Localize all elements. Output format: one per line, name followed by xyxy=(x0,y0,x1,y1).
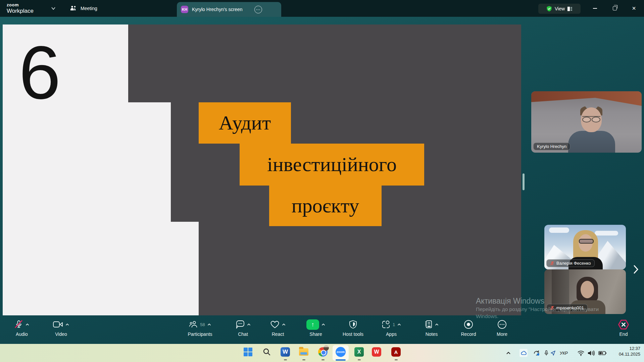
participants-caret-icon[interactable] xyxy=(207,323,211,326)
participant-name: Kyrylo Hrechyn xyxy=(537,144,566,149)
chrome-profile-avatar xyxy=(324,345,329,351)
react-caret-icon[interactable] xyxy=(282,323,286,326)
camera-icon xyxy=(53,321,63,328)
participants-button[interactable]: 58 Participants xyxy=(181,319,219,337)
restore-icon xyxy=(613,6,617,10)
video-caret-icon[interactable] xyxy=(65,323,69,326)
end-button[interactable]: End xyxy=(610,319,637,337)
participant-video-kyrylo[interactable]: Kyrylo Hrechyn xyxy=(531,91,642,153)
chevron-up-icon xyxy=(506,352,511,355)
acrobat-icon: A xyxy=(391,347,401,357)
restore-button[interactable] xyxy=(611,5,618,12)
react-button[interactable]: React xyxy=(264,319,292,337)
person-head xyxy=(581,281,594,298)
muted-mic-icon xyxy=(550,306,554,310)
participant-name: Валерія Фесенко xyxy=(556,261,591,266)
participants-count: 58 xyxy=(200,322,205,327)
taskbar-zoom-button[interactable]: zoom xyxy=(335,347,346,357)
close-icon: ✕ xyxy=(632,5,636,11)
taskbar-chrome-button[interactable] xyxy=(317,347,328,357)
people-icon xyxy=(70,5,77,12)
taskbar-excel-button[interactable]: X xyxy=(354,347,364,357)
notes-caret-icon[interactable] xyxy=(435,323,439,326)
more-button[interactable]: More xyxy=(489,319,515,337)
chat-caret-icon[interactable] xyxy=(247,323,251,326)
apps-count: 1 xyxy=(393,322,395,327)
taskbar-wps-button[interactable]: W xyxy=(371,347,382,357)
share-caret-icon[interactable] xyxy=(321,323,325,326)
chat-icon xyxy=(235,320,245,329)
apps-button[interactable]: 1 Apps xyxy=(377,319,406,337)
slide-white-step-middle xyxy=(3,102,171,222)
record-button[interactable]: Record xyxy=(455,319,482,337)
language-indicator[interactable]: УКР xyxy=(560,344,568,362)
minimize-icon xyxy=(593,8,597,9)
chevron-down-icon[interactable] xyxy=(51,7,56,10)
chat-button[interactable]: Chat xyxy=(229,319,257,337)
excel-icon: X xyxy=(354,347,364,357)
wifi-tray-icon[interactable] xyxy=(577,344,585,362)
location-tray-icon[interactable] xyxy=(550,344,556,362)
start-button[interactable] xyxy=(243,347,253,357)
speaker-icon xyxy=(588,350,595,356)
slide-title-text-2: інвестиційного xyxy=(267,153,397,176)
location-arrow-icon xyxy=(550,350,556,356)
zoom-meeting-window: { "window": { "brand": {"line1": "zoom",… xyxy=(0,0,644,362)
brand-workplace: Workplace xyxy=(7,8,34,14)
volume-tray-icon[interactable] xyxy=(588,344,595,362)
taskbar-explorer-button[interactable] xyxy=(298,347,309,357)
word-icon: W xyxy=(281,347,290,357)
record-label: Record xyxy=(461,331,476,337)
muted-mic-icon xyxy=(550,261,554,266)
taskbar-clock[interactable]: 12:37 04.11.2025 xyxy=(608,346,640,357)
cloud-art xyxy=(549,227,569,233)
view-button-label: View xyxy=(555,6,565,11)
chevron-right-icon xyxy=(633,265,639,274)
video-button[interactable]: Video xyxy=(49,319,73,337)
file-explorer-icon xyxy=(299,348,308,356)
tab-meeting[interactable]: Meeting xyxy=(70,3,97,13)
audio-button[interactable]: Audio xyxy=(10,319,34,337)
tab-shared-screen[interactable]: KH Kyrylo Hrechyn's screen ⋯ xyxy=(177,2,281,17)
person-glasses xyxy=(582,116,600,121)
more-label: More xyxy=(497,331,507,337)
zoom-app-icon: zoom xyxy=(336,347,346,357)
tab-more-options-icon[interactable]: ⋯ xyxy=(254,6,262,13)
audio-label: Audio xyxy=(16,331,28,337)
minimize-button[interactable] xyxy=(591,5,599,12)
taskbar-word-button[interactable]: W xyxy=(280,347,291,357)
onedrive-tray-icon[interactable] xyxy=(519,344,528,362)
running-indicator xyxy=(395,359,398,360)
running-indicator xyxy=(358,359,361,360)
gallery-next-button[interactable] xyxy=(632,264,640,274)
end-label: End xyxy=(620,331,628,337)
host-tools-label: Host tools xyxy=(343,331,363,337)
video-label: Video xyxy=(55,331,67,337)
tray-expand-button[interactable] xyxy=(506,344,511,362)
mic-in-use-tray-icon[interactable] xyxy=(544,344,548,362)
slide-white-step-bottom xyxy=(3,222,199,315)
participant-video-mpasenko[interactable]: mpasenko001 xyxy=(544,269,626,314)
notes-button[interactable]: Notes xyxy=(417,319,446,337)
close-button[interactable]: ✕ xyxy=(630,5,638,12)
heart-icon xyxy=(270,320,280,329)
view-button[interactable]: View xyxy=(538,4,581,14)
apps-caret-icon[interactable] xyxy=(397,323,401,326)
tab-shared-screen-label: Kyrylo Hrechyn's screen xyxy=(192,7,243,12)
audio-caret-icon[interactable] xyxy=(26,323,29,326)
shared-screen-content: 6 Аудит інвестиційного проєкту xyxy=(3,24,521,315)
host-tools-button[interactable]: Host tools xyxy=(336,319,370,337)
record-icon xyxy=(464,320,473,329)
slide-title-line-1: Аудит xyxy=(199,102,291,144)
slide-title-line-3: проєкту xyxy=(269,185,382,226)
panel-resize-handle[interactable] xyxy=(523,173,525,190)
sync-tray-icon[interactable] xyxy=(533,344,540,362)
zoom-workplace-logo: zoom Workplace xyxy=(7,3,34,14)
search-button[interactable] xyxy=(261,347,272,357)
taskbar-acrobat-button[interactable]: A xyxy=(391,347,401,357)
react-label: React xyxy=(272,331,284,337)
share-button[interactable]: ↑ Share xyxy=(301,319,330,337)
clock-date: 04.11.2025 xyxy=(608,351,640,357)
battery-tray-icon[interactable] xyxy=(598,344,606,362)
participant-video-valeriia[interactable]: Валерія Фесенко xyxy=(544,225,626,269)
